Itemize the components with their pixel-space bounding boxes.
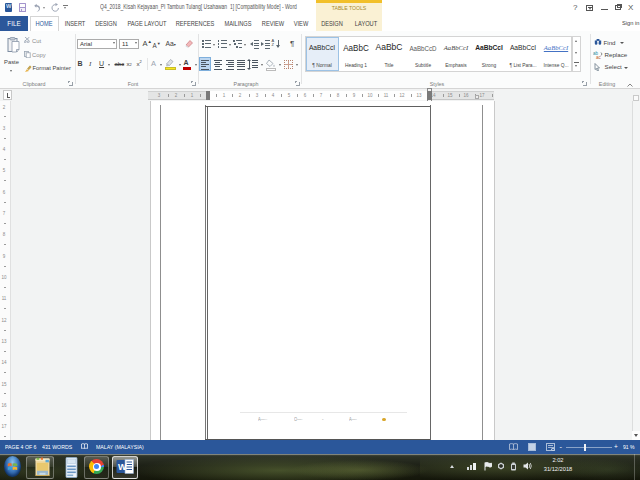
svg-text:ac: ac xyxy=(596,55,602,59)
svg-text:W: W xyxy=(118,462,127,472)
